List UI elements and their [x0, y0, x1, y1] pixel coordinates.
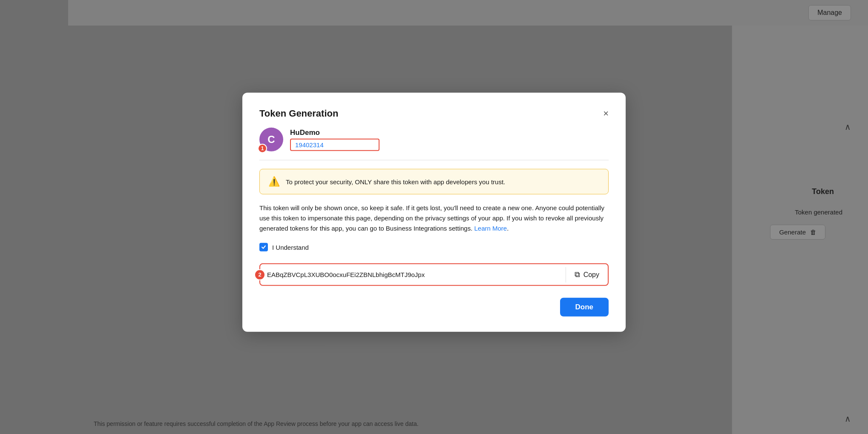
user-id-box — [290, 138, 379, 151]
warning-text: To protect your security, ONLY share thi… — [286, 178, 505, 185]
user-name: HuDemo — [290, 128, 379, 137]
user-id-input[interactable] — [290, 138, 379, 151]
close-button[interactable]: × — [603, 109, 609, 118]
description-text: This token will only be shown once, so k… — [259, 203, 609, 234]
copy-button[interactable]: ⧉ Copy — [566, 264, 608, 285]
modal-header: Token Generation × — [259, 108, 609, 119]
token-input[interactable] — [260, 265, 566, 284]
warning-icon: ⚠️ — [268, 176, 280, 187]
modal-title: Token Generation — [259, 108, 338, 119]
copy-icon: ⧉ — [575, 270, 580, 279]
avatar-letter: C — [267, 134, 275, 146]
understand-checkbox[interactable] — [259, 243, 268, 251]
user-section: C 1 HuDemo — [259, 128, 609, 160]
done-button[interactable]: Done — [560, 298, 609, 317]
step-badge-1: 1 — [258, 144, 267, 153]
step-badge-2: 2 — [254, 269, 265, 280]
warning-box: ⚠️ To protect your security, ONLY share … — [259, 169, 609, 194]
understand-checkbox-row[interactable]: I Understand — [259, 243, 609, 251]
token-generation-modal: Token Generation × C 1 HuDemo ⚠️ To prot… — [242, 93, 626, 332]
modal-footer: Done — [259, 298, 609, 317]
avatar: C 1 — [259, 128, 283, 151]
learn-more-link[interactable]: Learn More — [474, 225, 507, 232]
copy-label: Copy — [583, 271, 599, 278]
user-info: HuDemo — [290, 128, 379, 151]
token-row: 2 ⧉ Copy — [259, 263, 609, 286]
understand-label: I Understand — [272, 243, 309, 251]
